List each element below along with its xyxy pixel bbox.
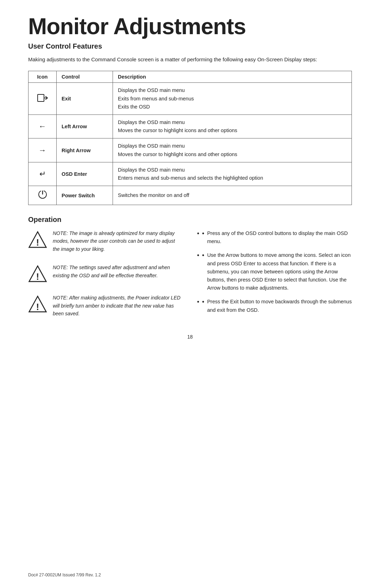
page-title: Monitor Adjustments [28,14,352,39]
bullet-dot: • [202,251,204,292]
operation-title: Operation [28,216,352,224]
warning-icon: ! [28,264,47,283]
col-header-control: Control [57,71,113,83]
bullet-dot: • [202,298,204,314]
control-table: Icon Control Description ExitDisplays th… [28,71,352,205]
note-text: NOTE: After making adjustments, the Powe… [53,294,183,317]
note-text: NOTE: The image is already optimized for… [53,229,183,253]
table-cell-control: Exit [57,83,113,115]
table-cell-description: Switches the monitor on and off [113,186,352,205]
list-item: •Press any of the OSD control buttons to… [197,229,352,246]
page-container: Monitor Adjustments User Control Feature… [0,0,380,361]
footer: Doc# 27-0002UM Issued 7/99 Rev. 1.2 [28,572,352,577]
left-arrow-icon: ← [39,122,46,131]
table-cell-icon [28,83,57,115]
list-item: •Press the Exit button to move backwards… [197,298,352,314]
power-icon [38,190,48,199]
warning-icon: ! [28,295,47,314]
notes-column: ! NOTE: The image is already optimized f… [28,229,183,320]
list-item: •Use the Arrow buttons to move among the… [197,251,352,292]
note-block: ! NOTE: After making adjustments, the Po… [28,294,183,317]
table-cell-description: Displays the OSD main menuMoves the curs… [113,138,352,162]
svg-rect-0 [38,94,44,101]
table-cell-description: Displays the OSD main menuMoves the curs… [113,114,352,138]
doc-info: Doc# 27-0002UM Issued 7/99 Rev. 1.2 [28,572,101,577]
warning-icon: ! [28,230,47,249]
table-header-row: Icon Control Description [28,71,352,83]
operation-grid: ! NOTE: The image is already optimized f… [28,229,352,320]
operation-section: Operation ! NOTE: The image is already o… [28,216,352,320]
col-header-icon: Icon [28,71,57,83]
table-row: ↵OSD EnterDisplays the OSD main menuEnte… [28,162,352,186]
table-cell-icon [28,186,57,205]
bullet-list: •Press any of the OSD control buttons to… [197,229,352,314]
enter-icon: ↵ [39,169,46,178]
bullet-text: Use the Arrow buttons to move among the … [207,251,352,292]
table-cell-icon: ← [28,114,57,138]
table-cell-control: Right Arrow [57,138,113,162]
bullet-dot: • [202,229,204,246]
section-title-ucf: User Control Features [28,42,352,50]
bullets-column: •Press any of the OSD control buttons to… [197,229,352,320]
table-row: ExitDisplays the OSD main menuExits from… [28,83,352,115]
exit-icon [37,93,48,103]
svg-text:!: ! [36,272,39,281]
table-cell-control: Power Switch [57,186,113,205]
col-header-description: Description [113,71,352,83]
right-arrow-icon: → [39,146,46,155]
bullet-text: Press the Exit button to move backwards … [207,298,352,314]
note-block: ! NOTE: The image is already optimized f… [28,229,183,253]
table-cell-description: Displays the OSD main menuEnters menus a… [113,162,352,186]
table-cell-control: Left Arrow [57,114,113,138]
note-text: NOTE: The settings saved after adjustmen… [53,264,183,279]
svg-text:!: ! [36,302,39,312]
table-cell-description: Displays the OSD main menuExits from men… [113,83,352,115]
svg-text:!: ! [36,237,39,247]
table-row: →Right ArrowDisplays the OSD main menuMo… [28,138,352,162]
table-row: Power SwitchSwitches the monitor on and … [28,186,352,205]
table-row: ←Left ArrowDisplays the OSD main menuMov… [28,114,352,138]
table-cell-control: OSD Enter [57,162,113,186]
bullet-text: Press any of the OSD control buttons to … [207,229,352,246]
note-block: ! NOTE: The settings saved after adjustm… [28,264,183,283]
table-cell-icon: → [28,138,57,162]
page-number: 18 [28,334,352,340]
intro-paragraph: Making adjustments to the Command Consol… [28,55,352,64]
table-cell-icon: ↵ [28,162,57,186]
